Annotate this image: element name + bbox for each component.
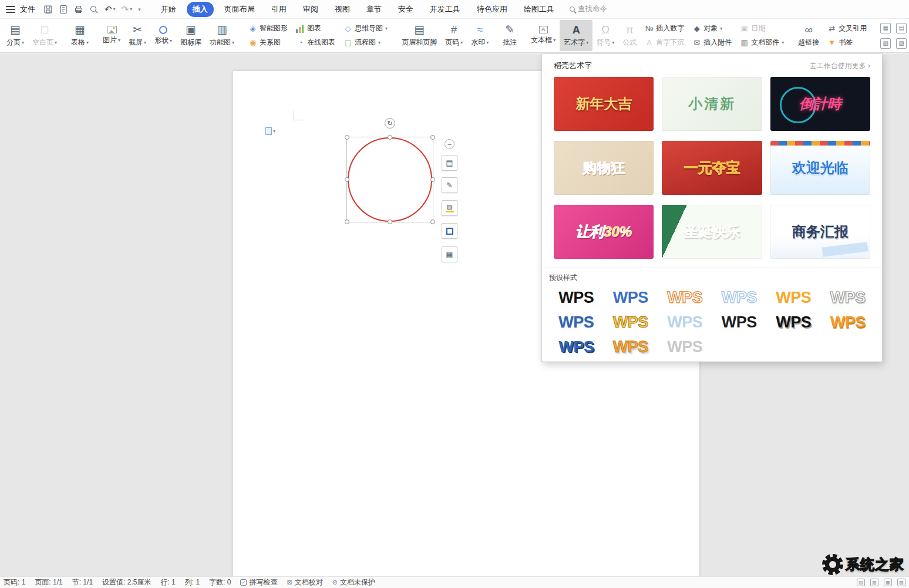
wordart-thumbnail-treasure[interactable]: 一元夺宝: [662, 141, 762, 195]
wordart-preset-9[interactable]: WPS: [658, 310, 712, 334]
ribbon-button-page-number[interactable]: # 页码▾: [441, 20, 467, 51]
ribbon-tool-icon-2[interactable]: ▤: [896, 23, 907, 33]
wordart-preset-7[interactable]: WPS: [549, 310, 604, 334]
wordart-preset-8[interactable]: WPS: [604, 310, 658, 334]
wordart-thumbnail-new-year[interactable]: 新年大吉: [554, 77, 654, 131]
ribbon-button-object[interactable]: ◆ 对象▾: [689, 23, 735, 34]
ribbon-button-icon-library[interactable]: ▣ 图标库: [176, 20, 206, 51]
wordart-preset-10[interactable]: WPS: [712, 310, 767, 334]
status-word-count[interactable]: 字数: 0: [209, 577, 231, 587]
ribbon-button-picture[interactable]: 图片▾: [99, 20, 124, 51]
wrap-text-button[interactable]: ▤: [442, 155, 457, 171]
wordart-preset-14[interactable]: WPS: [604, 334, 658, 359]
ribbon-button-document-parts[interactable]: ▥ 文档部件▾: [737, 37, 787, 48]
print-preview-icon[interactable]: [89, 5, 99, 14]
tab-home[interactable]: 开始: [155, 2, 182, 17]
wordart-thumbnail-fresh[interactable]: 小清新: [662, 77, 762, 131]
document-protection-status[interactable]: ⊘ 文档未保护: [332, 577, 375, 587]
rotate-handle-icon[interactable]: ↻: [385, 118, 395, 129]
format-brush-button[interactable]: ✎: [442, 177, 457, 193]
ribbon-button-relationship-diagram[interactable]: ◉ 关系图: [245, 37, 291, 48]
ribbon-button-flowchart[interactable]: ▢ 流程图▾: [341, 37, 390, 48]
file-menu-button[interactable]: 文件: [20, 4, 35, 15]
ribbon-button-date[interactable]: ▣ 日期: [737, 23, 787, 34]
ribbon-button-symbol[interactable]: Ω 符号▾: [592, 20, 618, 51]
spell-check-toggle[interactable]: ✓ 拼写检查: [240, 577, 277, 587]
ribbon-button-header-footer[interactable]: ▤ 页眉和页脚: [398, 20, 441, 51]
ribbon-button-hyperlink[interactable]: ∞ 超链接: [794, 20, 823, 51]
wordart-preset-1[interactable]: WPS: [549, 285, 604, 310]
resize-handle-top-middle[interactable]: [388, 135, 392, 140]
wordart-thumbnail-welcome[interactable]: 欢迎光临: [770, 141, 870, 195]
ribbon-button-bookmark[interactable]: ▼ 书签: [824, 37, 870, 48]
outline-color-button[interactable]: [442, 223, 457, 239]
ribbon-button-comment[interactable]: ✎ 批注: [499, 20, 521, 51]
tab-developer[interactable]: 开发工具: [424, 2, 466, 17]
resize-handle-bottom-right[interactable]: [430, 219, 435, 224]
ribbon-button-insert-number[interactable]: № 插入数字: [642, 23, 687, 34]
ribbon-button-wordart[interactable]: A 艺术字▾: [560, 20, 592, 51]
shape-layout-button[interactable]: ▦: [442, 246, 457, 262]
tab-references[interactable]: 引用: [265, 2, 292, 17]
command-search[interactable]: 查找命令: [570, 4, 607, 14]
view-mode-icon-1[interactable]: ▤: [857, 579, 865, 586]
ribbon-button-screenshot[interactable]: ✂ 截屏▾: [124, 20, 150, 51]
document-proofing-toggle[interactable]: ⊠ 文档校对: [287, 577, 322, 587]
menu-icon[interactable]: [6, 6, 15, 13]
ribbon-button-text-box[interactable]: A 文本框▾: [527, 20, 560, 51]
ribbon-button-page-break[interactable]: ▤ 分页▾: [2, 20, 28, 51]
ribbon-button-online-chart[interactable]: ◔ 在线图表: [293, 37, 338, 48]
wordart-thumbnail-countdown[interactable]: 倒計時: [770, 77, 870, 131]
wordart-preset-6[interactable]: WPS: [821, 285, 876, 310]
redo-button[interactable]: ↷▾: [122, 4, 133, 15]
wordart-preset-2[interactable]: WPS: [604, 285, 658, 310]
ribbon-button-smart-graphics[interactable]: ◈ 智能图形: [245, 23, 291, 34]
ribbon-button-attachment[interactable]: ✉ 插入附件: [689, 37, 735, 48]
ribbon-button-chart[interactable]: 图表: [293, 23, 338, 34]
wordart-preset-13[interactable]: WPS: [549, 334, 604, 359]
ribbon-button-drop-cap[interactable]: A 首字下沉: [642, 37, 687, 48]
ribbon-button-blank-page[interactable]: □ 空白页▾: [28, 20, 61, 51]
wordart-thumbnail-shopping[interactable]: 购物狂: [554, 141, 654, 195]
fill-color-button[interactable]: ▨: [442, 200, 457, 216]
resize-handle-bottom-middle[interactable]: [388, 219, 392, 224]
ribbon-button-table[interactable]: ▦ 表格▾: [67, 20, 93, 51]
wordart-preset-4[interactable]: WPS: [712, 285, 767, 310]
view-mode-icon-4[interactable]: ▧: [897, 579, 905, 586]
ribbon-tool-icon-1[interactable]: ▦: [880, 23, 891, 33]
tab-view[interactable]: 视图: [329, 2, 356, 17]
ribbon-button-watermark[interactable]: ≈ 水印▾: [467, 20, 493, 51]
wordart-thumbnail-business[interactable]: 商务汇报: [770, 205, 870, 259]
ribbon-tool-icon-5[interactable]: ▨: [896, 38, 907, 49]
resize-handle-top-right[interactable]: [430, 135, 435, 140]
tab-page-layout[interactable]: 页面布局: [218, 2, 261, 17]
wordart-preset-11[interactable]: WPS: [766, 310, 821, 334]
wordart-preset-12[interactable]: WPS: [821, 310, 876, 334]
undo-button[interactable]: ↶▾: [105, 4, 116, 15]
tab-drawing-tools[interactable]: 绘图工具: [518, 2, 560, 17]
print-icon[interactable]: [74, 5, 83, 14]
quick-access-more-icon[interactable]: ▾: [138, 6, 141, 12]
layout-options-button[interactable]: ▾: [265, 127, 275, 135]
export-icon[interactable]: [59, 5, 68, 14]
tab-review[interactable]: 审阅: [297, 2, 324, 17]
ribbon-button-mind-map[interactable]: ◇ 思维导图▾: [341, 23, 390, 34]
ribbon-button-function-diagram[interactable]: ▥ 功能图▾: [206, 20, 238, 51]
view-mode-icon-3[interactable]: ▦: [884, 579, 892, 586]
resize-handle-bottom-left[interactable]: [345, 219, 349, 224]
tab-security[interactable]: 安全: [392, 2, 419, 17]
tab-featured-apps[interactable]: 特色应用: [471, 2, 513, 17]
wordart-thumbnail-christmas[interactable]: 圣诞快乐: [662, 205, 762, 259]
ribbon-button-shapes[interactable]: 形状▾: [150, 20, 176, 51]
ribbon-button-cross-reference[interactable]: ⇄ 交叉引用: [824, 23, 870, 34]
ribbon-button-formula[interactable]: π 公式: [618, 20, 641, 51]
resize-handle-middle-left[interactable]: [345, 177, 349, 182]
wordart-preset-3[interactable]: WPS: [658, 285, 712, 310]
ribbon-tool-icon-4[interactable]: ▧: [880, 38, 891, 49]
wordart-preset-15[interactable]: WPS: [658, 334, 712, 359]
collapse-toolbar-button[interactable]: –: [445, 139, 455, 149]
save-icon[interactable]: [43, 5, 53, 14]
wordart-thumbnail-discount[interactable]: 让利30%: [554, 205, 654, 259]
tab-insert[interactable]: 插入: [187, 2, 214, 17]
resize-handle-middle-right[interactable]: [430, 177, 435, 182]
